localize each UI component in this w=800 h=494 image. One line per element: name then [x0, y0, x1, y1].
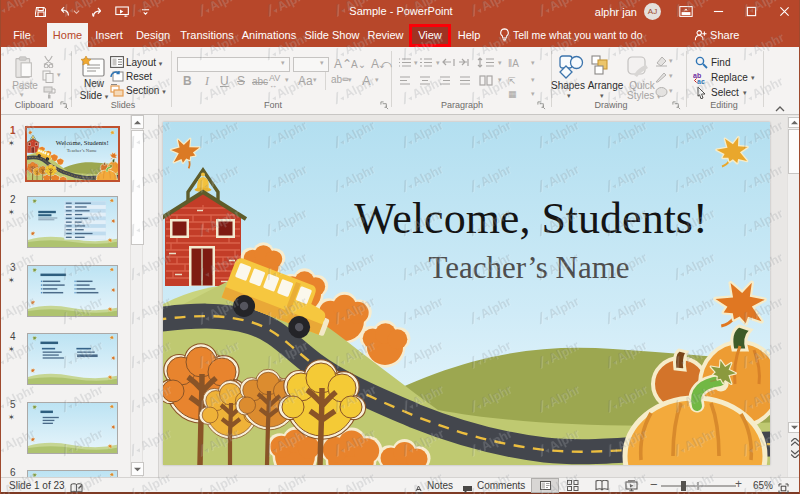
- svg-text:ac: ac: [697, 78, 705, 85]
- svg-text:⇱: ⇱: [508, 76, 516, 86]
- svg-text:▦: ▦: [508, 89, 517, 99]
- svg-text:‖A: ‖A: [508, 58, 519, 69]
